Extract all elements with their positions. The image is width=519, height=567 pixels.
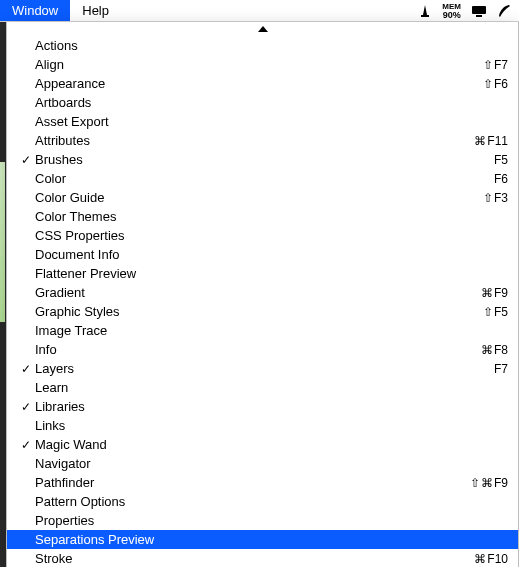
menu-item-appearance[interactable]: Appearance⇧F6 [7, 74, 518, 93]
display-icon[interactable] [471, 5, 487, 17]
menu-item-shortcut: ⌘F8 [481, 343, 508, 357]
menu-item-label: Info [35, 342, 481, 357]
menu-item-learn[interactable]: Learn [7, 378, 518, 397]
window-menu-dropdown: ActionsAlign⇧F7Appearance⇧F6ArtboardsAss… [6, 22, 519, 567]
menu-item-label: Navigator [35, 456, 508, 471]
menu-item-label: Flattener Preview [35, 266, 508, 281]
triangle-up-icon [258, 26, 268, 32]
memory-indicator[interactable]: MEM 90% [442, 2, 461, 20]
menu-item-pathfinder[interactable]: Pathfinder⇧⌘F9 [7, 473, 518, 492]
menu-item-shortcut: ⇧F5 [483, 305, 508, 319]
menu-item-pattern-options[interactable]: Pattern Options [7, 492, 518, 511]
menu-help[interactable]: Help [70, 0, 121, 21]
menu-item-color-themes[interactable]: Color Themes [7, 207, 518, 226]
menu-item-label: Color [35, 171, 494, 186]
menu-item-label: Asset Export [35, 114, 508, 129]
menu-item-label: Artboards [35, 95, 508, 110]
menu-item-label: Image Trace [35, 323, 508, 338]
menu-item-flattener-preview[interactable]: Flattener Preview [7, 264, 518, 283]
menu-item-label: Magic Wand [35, 437, 508, 452]
check-icon: ✓ [17, 362, 35, 376]
menubar: Window Help MEM 90% [0, 0, 519, 22]
menu-item-color-guide[interactable]: Color Guide⇧F3 [7, 188, 518, 207]
menu-item-shortcut: ⇧F7 [483, 58, 508, 72]
menu-item-label: Links [35, 418, 508, 433]
menu-item-label: Properties [35, 513, 508, 528]
menu-item-label: Appearance [35, 76, 483, 91]
menu-item-attributes[interactable]: Attributes⌘F11 [7, 131, 518, 150]
menu-item-shortcut: ⌘F9 [481, 286, 508, 300]
menu-item-actions[interactable]: Actions [7, 36, 518, 55]
svg-rect-0 [421, 15, 429, 17]
menu-item-shortcut: ⌘F10 [474, 552, 508, 566]
menu-item-color[interactable]: ColorF6 [7, 169, 518, 188]
menu-item-label: Gradient [35, 285, 481, 300]
menu-item-brushes[interactable]: ✓BrushesF5 [7, 150, 518, 169]
menu-item-label: Brushes [35, 152, 494, 167]
menu-item-libraries[interactable]: ✓Libraries [7, 397, 518, 416]
scroll-up-arrow[interactable] [7, 22, 518, 36]
svg-rect-2 [476, 15, 482, 17]
menu-item-css-properties[interactable]: CSS Properties [7, 226, 518, 245]
menu-item-artboards[interactable]: Artboards [7, 93, 518, 112]
memory-value: 90% [443, 11, 461, 20]
menu-item-label: Document Info [35, 247, 508, 262]
menu-item-properties[interactable]: Properties [7, 511, 518, 530]
menu-item-align[interactable]: Align⇧F7 [7, 55, 518, 74]
menu-item-info[interactable]: Info⌘F8 [7, 340, 518, 359]
menu-item-label: CSS Properties [35, 228, 508, 243]
menu-item-shortcut: F5 [494, 153, 508, 167]
menu-item-image-trace[interactable]: Image Trace [7, 321, 518, 340]
menu-item-gradient[interactable]: Gradient⌘F9 [7, 283, 518, 302]
menu-item-label: Align [35, 57, 483, 72]
vlc-cone-icon[interactable] [418, 4, 432, 18]
menu-item-document-info[interactable]: Document Info [7, 245, 518, 264]
menu-window[interactable]: Window [0, 0, 70, 21]
menu-item-label: Pattern Options [35, 494, 508, 509]
menu-item-separations-preview[interactable]: Separations Preview [7, 530, 518, 549]
menu-item-graphic-styles[interactable]: Graphic Styles⇧F5 [7, 302, 518, 321]
menu-item-magic-wand[interactable]: ✓Magic Wand [7, 435, 518, 454]
menu-item-label: Actions [35, 38, 508, 53]
menu-item-shortcut: ⇧⌘F9 [470, 476, 508, 490]
check-icon: ✓ [17, 400, 35, 414]
menu-item-stroke[interactable]: Stroke⌘F10 [7, 549, 518, 567]
menu-item-asset-export[interactable]: Asset Export [7, 112, 518, 131]
menu-item-label: Pathfinder [35, 475, 470, 490]
menu-item-label: Attributes [35, 133, 474, 148]
menu-item-label: Libraries [35, 399, 508, 414]
menu-items: ActionsAlign⇧F7Appearance⇧F6ArtboardsAss… [7, 36, 518, 567]
menu-item-label: Graphic Styles [35, 304, 483, 319]
check-icon: ✓ [17, 153, 35, 167]
menu-item-shortcut: F7 [494, 362, 508, 376]
svg-rect-1 [472, 6, 486, 14]
menu-item-links[interactable]: Links [7, 416, 518, 435]
menu-item-label: Separations Preview [35, 532, 508, 547]
feather-icon[interactable] [497, 4, 511, 18]
menu-item-label: Layers [35, 361, 494, 376]
menu-item-label: Stroke [35, 551, 474, 566]
check-icon: ✓ [17, 438, 35, 452]
menubar-right: MEM 90% [418, 0, 519, 21]
background-strip [0, 162, 5, 322]
menu-item-shortcut: F6 [494, 172, 508, 186]
menubar-left: Window Help [0, 0, 121, 21]
menu-item-shortcut: ⇧F3 [483, 191, 508, 205]
menu-item-shortcut: ⇧F6 [483, 77, 508, 91]
menu-item-layers[interactable]: ✓LayersF7 [7, 359, 518, 378]
menu-item-label: Color Guide [35, 190, 483, 205]
menu-item-navigator[interactable]: Navigator [7, 454, 518, 473]
menu-item-label: Color Themes [35, 209, 508, 224]
menu-item-label: Learn [35, 380, 508, 395]
menu-item-shortcut: ⌘F11 [474, 134, 508, 148]
